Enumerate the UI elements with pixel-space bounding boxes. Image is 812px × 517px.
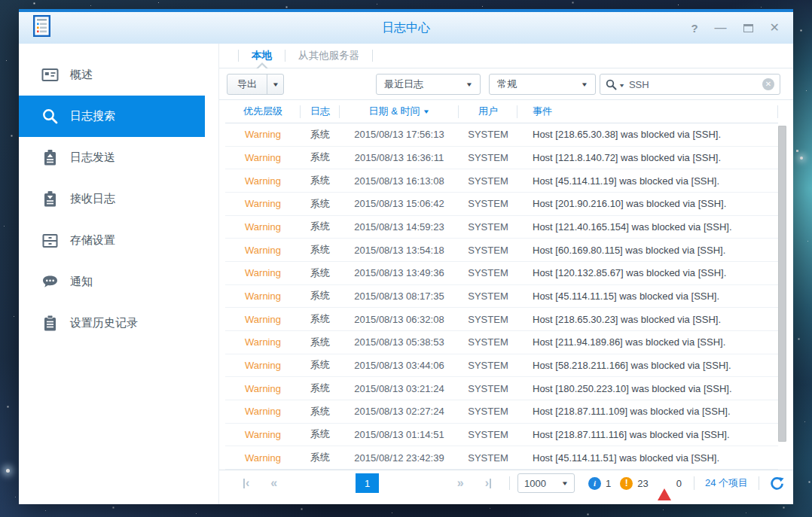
log-datetime: 2015/08/13 02:27:24 [340, 406, 459, 417]
log-type: 系统 [301, 312, 340, 326]
sidebar-item-log-sending[interactable]: 日志发送 [19, 137, 218, 178]
log-user: SYSTEM [459, 360, 517, 371]
table-header: 优先层级 日志 日期 & 时间 ▼ 用户 事件 [225, 100, 778, 123]
table-row[interactable]: Warning 系统 2015/08/13 17:56:13 SYSTEM Ho… [225, 123, 778, 147]
sidebar-item-log-search[interactable]: 日志搜索 [19, 96, 205, 137]
column-header-user[interactable]: 用户 [459, 100, 517, 123]
column-header-event[interactable]: 事件 [517, 100, 778, 123]
previous-page-button[interactable]: « [270, 477, 277, 489]
log-event: Host [218.87.111.116] was blocked via [S… [517, 429, 778, 440]
first-page-button[interactable]: ‹ [243, 477, 249, 489]
table-row[interactable]: Warning 系统 2015/08/12 23:42:39 SYSTEM Ho… [225, 446, 778, 470]
current-page-indicator[interactable]: 1 [356, 473, 379, 493]
log-datetime: 2015/08/13 15:06:42 [340, 198, 459, 209]
page-size-value: 1000 [524, 478, 562, 489]
table-row[interactable]: Warning 系统 2015/08/13 03:21:24 SYSTEM Ho… [225, 377, 778, 400]
sidebar-item-log-receiving[interactable]: 接收日志 [19, 178, 218, 220]
table-row[interactable]: Warning 系统 2015/08/13 13:54:18 SYSTEM Ho… [225, 239, 778, 262]
search-scope-caret-icon[interactable]: ▼ [618, 83, 625, 88]
level-filter-dropdown[interactable]: 常规 ▼ [489, 74, 596, 95]
search-input[interactable] [629, 79, 762, 90]
storage-settings-icon [41, 232, 59, 249]
log-datetime: 2015/08/13 17:56:13 [340, 129, 459, 140]
next-page-button[interactable]: » [457, 477, 464, 489]
table-row[interactable]: Warning 系统 2015/08/13 13:49:36 SYSTEM Ho… [225, 262, 778, 285]
log-type: 系统 [301, 451, 340, 464]
clear-search-icon[interactable]: ✕ [762, 78, 774, 90]
maximize-button[interactable] [743, 24, 753, 32]
log-type: 系统 [301, 405, 340, 418]
log-datetime: 2015/08/13 14:59:23 [340, 221, 459, 233]
log-event: Host [58.218.211.166] was blocked via [S… [517, 360, 778, 371]
table-row[interactable]: Warning 系统 2015/08/13 08:17:35 SYSTEM Ho… [225, 285, 778, 309]
table-body: Warning 系统 2015/08/13 17:56:13 SYSTEM Ho… [225, 123, 778, 470]
time-filter-dropdown[interactable]: 最近日志 ▼ [376, 74, 481, 95]
sidebar-item-storage-settings[interactable]: 存储设置 [19, 220, 218, 261]
log-type: 系统 [301, 289, 340, 303]
table-row[interactable]: Warning 系统 2015/08/13 05:38:53 SYSTEM Ho… [225, 331, 778, 354]
sidebar-item-overview[interactable]: 概述 [19, 54, 218, 96]
table-row[interactable]: Warning 系统 2015/08/13 01:14:51 SYSTEM Ho… [225, 424, 778, 447]
chevron-down-icon: ▼ [581, 81, 588, 88]
titlebar[interactable]: 日志中心 ? — ✕ [19, 12, 793, 44]
page-size-dropdown[interactable]: 1000 ▼ [517, 473, 575, 493]
sidebar-item-notification[interactable]: 通知 [19, 261, 218, 303]
table-row[interactable]: Warning 系统 2015/08/13 14:59:23 SYSTEM Ho… [225, 216, 778, 239]
info-icon: i [588, 477, 601, 490]
sidebar-item-label: 接收日志 [70, 192, 115, 206]
log-user: SYSTEM [459, 267, 517, 278]
log-datetime: 2015/08/12 23:42:39 [340, 452, 459, 464]
log-level: Warning [225, 383, 301, 394]
total-items-label: 24 个项目 [705, 476, 748, 490]
sidebar-item-label: 存储设置 [70, 233, 115, 248]
search-box[interactable]: ▼ ✕ [600, 74, 780, 95]
log-datetime: 2015/08/13 05:38:53 [340, 336, 459, 348]
error-count-badge[interactable]: ! 0 [658, 477, 682, 489]
log-user: SYSTEM [459, 129, 517, 140]
export-button[interactable]: 导出 [227, 75, 267, 94]
column-header-datetime[interactable]: 日期 & 时间 ▼ [340, 100, 459, 123]
tab-label: 本地 [252, 49, 272, 62]
table-row[interactable]: Warning 系统 2015/08/13 02:27:24 SYSTEM Ho… [225, 400, 778, 424]
help-button[interactable]: ? [691, 23, 698, 34]
info-count: 1 [606, 478, 611, 489]
log-type: 系统 [301, 336, 340, 349]
bright-star-decoration [800, 157, 803, 160]
tab-local[interactable]: 本地 [239, 44, 285, 68]
export-split-button: 导出 ▼ [227, 74, 284, 95]
last-page-button[interactable]: › [485, 477, 491, 489]
log-event: Host [60.169.80.115] was blocked via [SS… [517, 245, 778, 256]
sidebar-item-label: 日志发送 [70, 151, 115, 165]
export-dropdown-arrow[interactable]: ▼ [267, 75, 283, 94]
table-row[interactable]: Warning 系统 2015/08/13 16:36:11 SYSTEM Ho… [225, 147, 778, 170]
error-count: 0 [676, 478, 682, 489]
log-user: SYSTEM [459, 383, 517, 394]
info-count-badge[interactable]: i 1 [588, 477, 611, 490]
minimize-button[interactable]: — [715, 22, 727, 34]
log-user: SYSTEM [459, 198, 517, 209]
column-header-label: 日期 & 时间 [369, 105, 420, 118]
search-icon[interactable] [606, 79, 617, 90]
tab-separator [372, 50, 373, 62]
log-level: Warning [225, 290, 301, 302]
log-level: Warning [225, 245, 301, 256]
log-type: 系统 [301, 266, 340, 280]
level-filter-value: 常规 [497, 78, 582, 91]
table-row[interactable]: Warning 系统 2015/08/13 03:44:06 SYSTEM Ho… [225, 354, 778, 378]
log-user: SYSTEM [459, 452, 517, 464]
table-row[interactable]: Warning 系统 2015/08/13 15:06:42 SYSTEM Ho… [225, 193, 778, 216]
log-user: SYSTEM [459, 429, 517, 440]
column-header-log[interactable]: 日志 [301, 100, 340, 123]
warning-count-badge[interactable]: ! 23 [620, 477, 648, 490]
settings-history-icon [41, 315, 59, 332]
column-header-level[interactable]: 优先层级 [225, 100, 301, 123]
log-level: Warning [225, 152, 301, 163]
table-row[interactable]: Warning 系统 2015/08/13 06:32:08 SYSTEM Ho… [225, 308, 778, 331]
sidebar-item-settings-history[interactable]: 设置历史记录 [19, 303, 218, 344]
vertical-scrollbar-thumb[interactable] [778, 126, 786, 442]
refresh-button[interactable] [770, 476, 784, 491]
table-row[interactable]: Warning 系统 2015/08/13 16:13:08 SYSTEM Ho… [225, 169, 778, 193]
close-button[interactable]: ✕ [770, 22, 780, 34]
tab-bar: 本地 从其他服务器 [219, 44, 793, 68]
tab-from-other-servers[interactable]: 从其他服务器 [285, 44, 372, 68]
